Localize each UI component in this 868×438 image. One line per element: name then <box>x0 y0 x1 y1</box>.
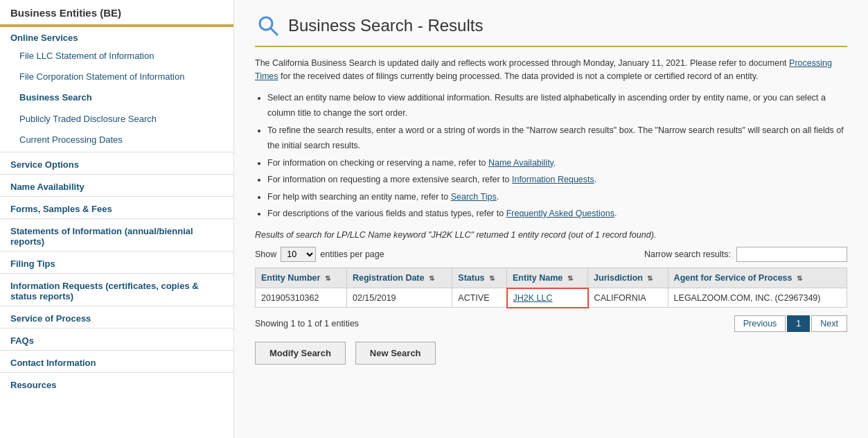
sidebar-item-file-llc[interactable]: File LLC Statement of Information <box>0 46 233 67</box>
sidebar-item-publicly-traded[interactable]: Publicly Traded Disclosure Search <box>0 109 233 130</box>
col-registration-date[interactable]: Registration Date ⇅ <box>346 268 452 288</box>
faq-link[interactable]: Frequently Asked Questions <box>506 209 614 218</box>
sidebar-divider-3 <box>0 196 233 197</box>
sidebar-header: Business Entities (BE) <box>0 0 233 27</box>
search-tips-link[interactable]: Search Tips <box>451 192 497 202</box>
sidebar-item-service-process[interactable]: Service of Process <box>0 308 233 326</box>
new-search-button[interactable]: New Search <box>355 342 436 365</box>
cell-status: ACTIVE <box>452 288 507 308</box>
sidebar-item-service-options[interactable]: Service Options <box>0 154 233 173</box>
col-status[interactable]: Status ⇅ <box>452 268 507 288</box>
bullet-item-6: For descriptions of the various fields a… <box>267 206 847 222</box>
entities-per-page-label: entities per page <box>320 249 384 259</box>
sidebar-divider-6 <box>0 273 233 274</box>
next-button[interactable]: Next <box>811 315 847 332</box>
sidebar-item-faqs[interactable]: FAQs <box>0 330 233 349</box>
name-availability-link[interactable]: Name Availability <box>488 158 553 168</box>
sidebar-divider-1 <box>0 152 233 152</box>
sidebar-divider-7 <box>0 306 233 306</box>
sort-icon-entity-number: ⇅ <box>325 274 330 282</box>
sidebar-divider-8 <box>0 328 233 328</box>
col-agent[interactable]: Agent for Service of Process ⇅ <box>668 268 847 288</box>
bullet-list: Select an entity name below to view addi… <box>267 90 847 222</box>
narrow-input[interactable] <box>736 247 847 262</box>
sort-icon-entity-name: ⇅ <box>567 274 573 282</box>
col-jurisdiction[interactable]: Jurisdiction ⇅ <box>588 268 668 288</box>
sort-icon-registration-date: ⇅ <box>429 274 434 282</box>
narrow-row: Narrow search results: <box>644 247 847 262</box>
sidebar: Business Entities (BE) Online Services F… <box>0 0 234 438</box>
sidebar-item-resources[interactable]: Resources <box>0 374 233 393</box>
sidebar-item-statements[interactable]: Statements of Information (annual/bienni… <box>0 220 233 249</box>
table-header-row: Entity Number ⇅ Registration Date ⇅ Stat… <box>256 268 847 288</box>
results-table: Entity Number ⇅ Registration Date ⇅ Stat… <box>255 268 847 308</box>
modify-search-button[interactable]: Modify Search <box>255 342 346 365</box>
table-row: 201905310362 02/15/2019 ACTIVE JH2K LLC … <box>256 288 847 308</box>
bullet-item-4: For information on requesting a more ext… <box>267 172 847 188</box>
showing-text: Showing 1 to 1 of 1 entities <box>255 319 359 328</box>
page-1-button[interactable]: 1 <box>787 315 810 332</box>
main-content: Business Search - Results The California… <box>234 0 868 438</box>
sidebar-item-contact-info[interactable]: Contact Information <box>0 352 233 371</box>
sidebar-divider-2 <box>0 174 233 175</box>
cell-registration-date: 02/15/2019 <box>346 288 452 308</box>
sidebar-item-current-processing[interactable]: Current Processing Dates <box>0 130 233 150</box>
sidebar-item-information-requests[interactable]: Information Requests (certificates, copi… <box>0 275 233 304</box>
show-select[interactable]: 10 25 50 100 <box>281 247 316 262</box>
sidebar-item-file-corp[interactable]: File Corporation Statement of Informatio… <box>0 67 233 87</box>
pagination: Previous 1 Next <box>734 315 847 332</box>
sidebar-divider-5 <box>0 251 233 252</box>
sidebar-divider-10 <box>0 372 233 373</box>
sidebar-divider-4 <box>0 218 233 219</box>
col-entity-name[interactable]: Entity Name ⇅ <box>507 268 588 288</box>
title-divider <box>255 46 847 47</box>
action-buttons: Modify Search New Search <box>255 342 847 365</box>
cell-agent: LEGALZOOM.COM, INC. (C2967349) <box>668 288 847 308</box>
bullet-item-2: To refine the search results, enter a wo… <box>267 123 847 154</box>
bullet-item-3: For information on checking or reserving… <box>267 155 847 171</box>
search-icon <box>255 12 281 39</box>
cell-jurisdiction: CALIFORNIA <box>588 288 668 308</box>
sort-icon-agent: ⇅ <box>797 274 802 282</box>
previous-button[interactable]: Previous <box>734 315 786 332</box>
bullet-item-1: Select an entity name below to view addi… <box>267 90 847 121</box>
sidebar-item-online-services[interactable]: Online Services <box>0 27 233 46</box>
svg-line-1 <box>271 28 277 35</box>
bullet-item-5: For help with searching an entity name, … <box>267 189 847 205</box>
page-title: Business Search - Results <box>288 16 483 35</box>
information-requests-link[interactable]: Information Requests <box>512 175 594 184</box>
sidebar-item-name-availability[interactable]: Name Availability <box>0 176 233 195</box>
info-text: The California Business Search is update… <box>255 57 847 83</box>
controls-row: Show 10 25 50 100 entities per page Narr… <box>255 247 847 262</box>
cell-entity-name: JH2K LLC <box>507 288 588 308</box>
page-title-row: Business Search - Results <box>255 12 847 39</box>
sort-icon-jurisdiction: ⇅ <box>647 274 653 282</box>
sidebar-divider-9 <box>0 350 233 351</box>
cell-entity-number: 201905310362 <box>256 288 347 308</box>
entity-name-link[interactable]: JH2K LLC <box>513 293 553 303</box>
show-row: Show 10 25 50 100 entities per page <box>255 247 384 262</box>
sidebar-item-business-search[interactable]: Business Search <box>0 87 233 108</box>
results-summary: Results of search for LP/LLC Name keywor… <box>255 230 847 240</box>
sidebar-item-filing-tips[interactable]: Filing Tips <box>0 253 233 272</box>
sort-icon-status: ⇅ <box>489 274 495 282</box>
narrow-label: Narrow search results: <box>644 249 731 259</box>
showing-row: Showing 1 to 1 of 1 entities Previous 1 … <box>255 315 847 332</box>
col-entity-number[interactable]: Entity Number ⇅ <box>256 268 347 288</box>
sidebar-item-forms-samples[interactable]: Forms, Samples & Fees <box>0 198 233 217</box>
show-label: Show <box>255 249 276 259</box>
